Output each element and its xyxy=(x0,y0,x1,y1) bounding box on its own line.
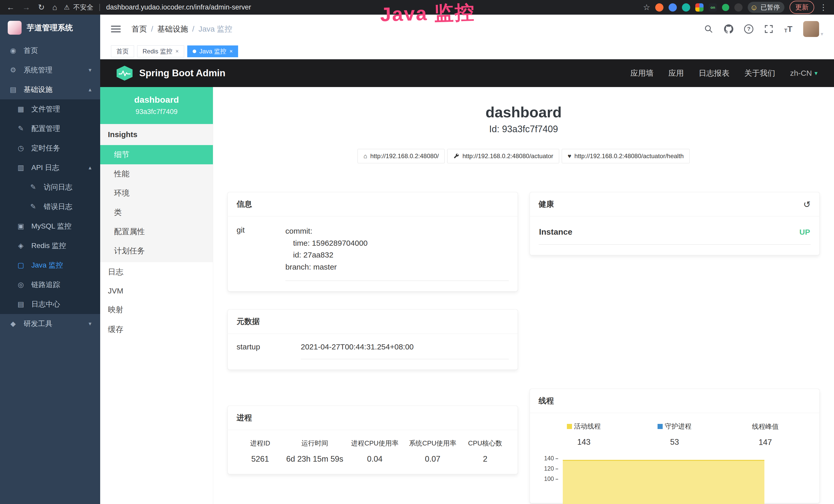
page-title: dashboard xyxy=(227,104,820,121)
sidebar-submenu-infra: ▦ 文件管理 ✎ 配置管理 ◷ 定时任务 ▥ API 日志 ▴ ✎ 访问日志 ✎ xyxy=(0,99,100,314)
instance-home-link[interactable]: ⌂ http://192.168.0.2:48080/ xyxy=(357,149,445,163)
sidebar-item-tracing[interactable]: ◎ 链路追踪 xyxy=(0,275,100,295)
sba-menu-logs[interactable]: 日志 xyxy=(100,262,213,282)
sidebar-item-mysql-monitor[interactable]: ▣ MySQL 监控 xyxy=(0,216,100,236)
threads-card: 线程 活动线程 143 xyxy=(530,389,820,503)
sba-content: dashboard Id: 93a3fc7f7409 ⌂ http://192.… xyxy=(213,87,834,504)
dashboard-icon: ◉ xyxy=(9,46,18,55)
reload-icon[interactable]: ↻ xyxy=(38,3,45,11)
sidebar-group-system[interactable]: ⚙ 系统管理 ▾ xyxy=(0,60,100,80)
health-card-title: 健康 xyxy=(539,199,554,209)
sidebar-item-label: 研发工具 xyxy=(24,319,52,329)
redis-icon: ◈ xyxy=(17,242,25,250)
search-icon[interactable] xyxy=(704,24,713,33)
active-threads-area xyxy=(563,460,764,504)
instance-actuator-link[interactable]: http://192.168.0.2:48080/actuator xyxy=(447,149,559,163)
sba-menu-details[interactable]: 细节 xyxy=(100,145,213,164)
metadata-key: startup xyxy=(237,343,301,359)
sba-menu-config-props[interactable]: 配置属性 xyxy=(100,222,213,241)
browser-home-icon[interactable]: ⌂ xyxy=(52,3,57,11)
tab-home[interactable]: 首页 xyxy=(111,45,134,57)
breadcrumb-infra[interactable]: 基础设施 xyxy=(157,24,188,35)
history-icon[interactable]: ↺ xyxy=(804,199,811,209)
address-bar[interactable]: ⚠ 不安全 dashboard.yudao.iocoder.cn/infra/a… xyxy=(64,3,636,12)
process-value: 5261 xyxy=(239,455,282,464)
wrench-icon xyxy=(453,153,459,159)
sidebar-group-dev-tools[interactable]: ◆ 研发工具 ▾ xyxy=(0,314,100,334)
tab-java-monitor[interactable]: Java 监控 × xyxy=(187,45,238,57)
breadcrumb-separator: / xyxy=(192,25,194,33)
hamburger-icon[interactable] xyxy=(111,26,121,32)
user-menu[interactable]: ▾ xyxy=(803,21,823,37)
sidebar-item-java-monitor[interactable]: ▢ Java 监控 xyxy=(0,255,100,275)
font-size-icon[interactable]: TT xyxy=(784,25,792,33)
sba-menu-mappings[interactable]: 映射 xyxy=(100,300,213,320)
sba-nav-journal[interactable]: 日志报表 xyxy=(699,68,729,78)
back-icon[interactable]: ← xyxy=(7,3,15,11)
extension-on-badge[interactable]: on xyxy=(709,3,717,12)
sba-nav-about[interactable]: 关于我们 xyxy=(744,68,775,78)
fullscreen-icon[interactable] xyxy=(764,24,773,33)
instance-id-line: Id: 93a3fc7f7409 xyxy=(227,124,820,135)
instance-health-link[interactable]: ♥ http://192.168.0.2:48080/actuator/heal… xyxy=(562,149,690,163)
tab-redis-monitor[interactable]: Redis 监控 × xyxy=(137,45,184,57)
extension-grid-icon[interactable] xyxy=(695,3,704,12)
spring-boot-admin-logo[interactable] xyxy=(117,66,133,81)
sba-menu-environment[interactable]: 环境 xyxy=(100,184,213,203)
warning-icon: ⚠ xyxy=(64,4,70,11)
help-icon[interactable]: ? xyxy=(744,24,753,33)
sidebar-item-label: 文件管理 xyxy=(31,104,60,114)
sidebar-item-error-logs[interactable]: ✎ 错误日志 xyxy=(0,197,100,216)
extension-icon-6[interactable] xyxy=(722,4,729,11)
extension-icon-1[interactable] xyxy=(655,3,663,12)
bookmark-star-icon[interactable]: ☆ xyxy=(643,3,650,11)
sba-brand-title[interactable]: Spring Boot Admin xyxy=(139,68,225,78)
sba-menu-classes[interactable]: 类 xyxy=(100,203,213,222)
threads-card-title: 线程 xyxy=(539,396,554,406)
sba-menu-scheduled-tasks[interactable]: 计划任务 xyxy=(100,241,213,260)
sidebar-item-label: 链路追踪 xyxy=(31,280,60,290)
extension-icon-3[interactable] xyxy=(682,3,690,12)
sidebar-item-scheduled-jobs[interactable]: ◷ 定时任务 xyxy=(0,138,100,158)
update-button[interactable]: 更新 xyxy=(790,1,814,14)
sidebar-item-file-management[interactable]: ▦ 文件管理 xyxy=(0,99,100,119)
app-logo-image xyxy=(8,21,22,35)
app-sidebar: 芋道管理系统 ◉ 首页 ⚙ 系统管理 ▾ ▤ 基础设施 ▴ ▦ 文件管理 ✎ 配… xyxy=(0,15,100,504)
close-icon[interactable]: × xyxy=(229,48,233,55)
sba-menu-jvm[interactable]: JVM xyxy=(100,282,213,300)
breadcrumb-home[interactable]: 首页 xyxy=(132,24,147,35)
browser-menu-icon[interactable]: ⋮ xyxy=(819,3,827,11)
gear-icon: ⚙ xyxy=(9,66,18,74)
edit-icon: ✎ xyxy=(17,124,25,133)
info-key: git xyxy=(237,225,285,281)
close-icon[interactable]: × xyxy=(175,48,179,55)
locale-select[interactable]: zh-CN ▾ xyxy=(790,69,817,77)
process-card-title: 进程 xyxy=(237,413,252,423)
sba-nav-wallboard[interactable]: 应用墙 xyxy=(630,68,654,78)
sidebar-item-log-center[interactable]: ▤ 日志中心 xyxy=(0,295,100,314)
sidebar-group-infra[interactable]: ▤ 基础设施 ▴ xyxy=(0,80,100,99)
sidebar-item-config-management[interactable]: ✎ 配置管理 xyxy=(0,119,100,138)
health-row: Instance UP xyxy=(539,225,811,245)
log-center-icon: ▤ xyxy=(17,300,25,308)
metadata-card-title: 元数据 xyxy=(237,316,260,327)
sidebar-item-redis-monitor[interactable]: ◈ Redis 监控 xyxy=(0,236,100,255)
sba-menu-metrics[interactable]: 性能 xyxy=(100,164,213,184)
sba-menu-caches[interactable]: 缓存 xyxy=(100,320,213,339)
sidebar-item-home[interactable]: ◉ 首页 xyxy=(0,41,100,60)
security-label[interactable]: 不安全 xyxy=(73,3,93,12)
github-icon[interactable] xyxy=(724,24,733,33)
forward-icon[interactable]: → xyxy=(22,3,30,11)
app-logo[interactable]: 芋道管理系统 xyxy=(0,15,100,41)
extension-icon-2[interactable] xyxy=(668,3,677,12)
sidebar-group-api-logs[interactable]: ▥ API 日志 ▴ xyxy=(0,158,100,177)
url-text[interactable]: dashboard.yudao.iocoder.cn/infra/admin-s… xyxy=(106,3,251,11)
y-axis-tick: 140 xyxy=(539,455,558,462)
extension-icon-7[interactable] xyxy=(734,3,743,12)
sidebar-item-access-logs[interactable]: ✎ 访问日志 xyxy=(0,177,100,197)
sidebar-item-label: 错误日志 xyxy=(44,202,72,211)
sidebar-item-label: 基础设施 xyxy=(24,85,52,94)
sba-nav-applications[interactable]: 应用 xyxy=(668,68,684,78)
info-card: 信息 git commit: time: 1596289704000 id: 2… xyxy=(227,192,518,292)
paused-badge[interactable]: ☺ 已暂停 xyxy=(748,2,785,13)
